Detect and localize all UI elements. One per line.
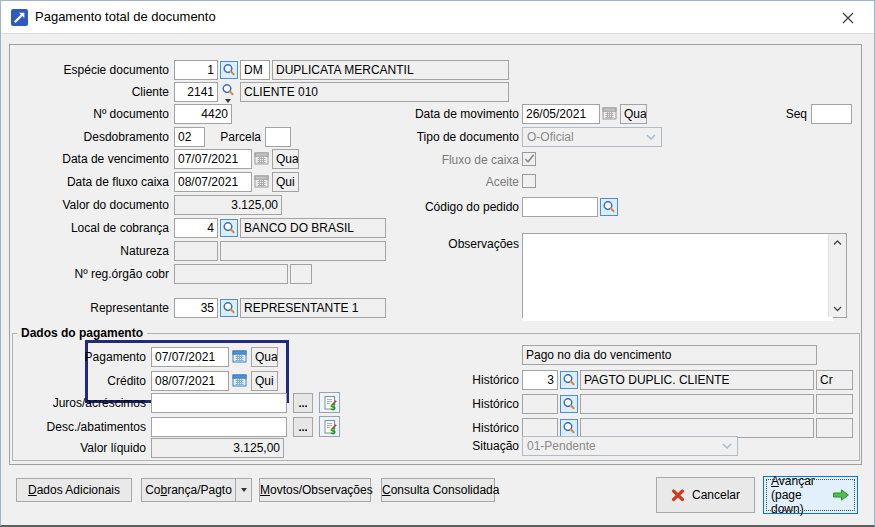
historico1-tipo-field: Cr [816, 370, 853, 390]
advance-arrow-icon [832, 488, 850, 502]
historico2-tipo-field [816, 394, 853, 414]
cliente-desc-field: CLIENTE 010 [240, 82, 509, 102]
payment-dialog: Pagamento total de documento Espécie doc… [0, 0, 875, 527]
juros-more-button[interactable]: ... [293, 393, 313, 413]
fluxo-caixa-label: Fluxo de caixa [371, 150, 519, 170]
avancar-label: Avançar (page down) [771, 474, 827, 516]
movtos-observacoes-button[interactable]: Movtos/Observações [259, 478, 371, 502]
data-movimento-input[interactable] [522, 104, 600, 124]
cobranca-pagto-dropdown-icon[interactable] [235, 478, 252, 502]
consulta-consolidada-button[interactable]: Consulta Consolidada [381, 478, 495, 502]
pagamento-calendar-icon[interactable] [232, 349, 247, 367]
historico2-code-field [522, 394, 558, 414]
cliente-code-input[interactable] [174, 82, 218, 102]
num-documento-label: Nº documento [11, 104, 169, 124]
close-icon[interactable] [834, 8, 862, 27]
seq-input[interactable] [811, 104, 852, 124]
avancar-button[interactable]: Avançar (page down) [763, 476, 858, 514]
data-fluxo-dow-field: Qui [272, 172, 299, 192]
especie-search-icon[interactable] [220, 61, 238, 79]
desdobramento-label: Desdobramento [11, 127, 169, 147]
chevron-down-icon [722, 443, 732, 449]
situacao-select: 01-Pendente [522, 436, 738, 456]
seq-label: Seq [741, 104, 807, 124]
pagamento-date-input[interactable] [151, 347, 229, 367]
data-vencimento-calendar-icon [254, 151, 269, 169]
descontos-label: Desc./abatimentos [11, 417, 146, 437]
situacao-label: Situação [371, 436, 519, 456]
valor-documento-field: 3.125,00 [174, 195, 282, 215]
data-vencimento-input[interactable] [174, 149, 252, 169]
reg-orgao-label: Nº reg.órgão cobr [11, 264, 169, 284]
especie-sigla-input[interactable] [240, 60, 270, 80]
codigo-pedido-search-icon[interactable] [600, 198, 618, 216]
dados-pagamento-title: Dados do pagamento [17, 326, 147, 340]
local-cobranca-code-input[interactable] [174, 218, 218, 238]
title-bar: Pagamento total de documento [1, 1, 874, 34]
data-fluxo-input[interactable] [174, 172, 252, 192]
local-cobranca-search-icon[interactable] [220, 219, 238, 237]
pagamento-dow-field: Qua [251, 347, 278, 367]
representante-desc-field: REPRESENTANTE 1 [240, 298, 386, 318]
credito-dow-field: Qui [251, 371, 278, 391]
historico1-search-icon[interactable] [560, 371, 578, 389]
chevron-down-icon [646, 134, 656, 140]
valor-liquido-label: Valor líquido [11, 438, 146, 458]
desdobramento-input[interactable] [174, 127, 205, 147]
app-icon [11, 9, 28, 29]
observacoes-textarea[interactable] [523, 234, 833, 321]
data-vencimento-label: Data de vencimento [11, 149, 169, 169]
juros-input[interactable] [151, 393, 287, 413]
cliente-dropdown-icon[interactable] [225, 99, 231, 103]
dados-adicionais-button[interactable]: Dados Adicionais [16, 478, 132, 502]
tipo-documento-value: O-Oficial [527, 130, 574, 144]
valor-documento-label: Valor do documento [11, 195, 169, 215]
credito-calendar-icon[interactable] [232, 373, 247, 391]
pagamento-label: Pagamento [11, 347, 146, 367]
especie-code-input[interactable] [174, 60, 218, 80]
data-fluxo-calendar-icon [254, 174, 269, 192]
descontos-more-button[interactable]: ... [293, 417, 313, 437]
cancel-x-icon [671, 488, 685, 502]
historico2-search-icon[interactable] [560, 395, 578, 413]
parcela-input[interactable] [265, 127, 291, 147]
cobranca-pagto-button[interactable]: Cobrança/Pagto [141, 478, 236, 502]
historico2-label: Histórico [371, 394, 519, 414]
representante-search-icon[interactable] [220, 299, 238, 317]
codigo-pedido-input[interactable] [522, 197, 598, 217]
aceite-checkbox [522, 174, 536, 188]
scroll-down-icon[interactable] [829, 301, 846, 316]
reg-orgao-aux-field [290, 264, 312, 284]
descontos-calc-icon[interactable] [319, 416, 340, 437]
reg-orgao-field [174, 264, 288, 284]
tipo-documento-select: O-Oficial [522, 127, 662, 147]
cliente-search-icon[interactable] [221, 83, 235, 97]
dialog-title: Pagamento total de documento [35, 1, 216, 33]
num-documento-input[interactable] [174, 104, 232, 124]
observacoes-label: Observações [371, 234, 519, 254]
especie-desc-field: DUPLICATA MERCANTIL [272, 60, 509, 80]
historico1-code-input[interactable] [522, 370, 558, 390]
data-movimento-dow-field: Qua [620, 104, 647, 124]
historico3-label: Histórico [371, 418, 519, 438]
historico2-desc-field [580, 394, 814, 414]
credito-date-input[interactable] [151, 371, 229, 391]
cliente-label: Cliente [11, 82, 169, 102]
fluxo-caixa-checkbox [522, 152, 536, 166]
scroll-up-icon[interactable] [829, 235, 846, 250]
observacoes-textarea-wrap [522, 233, 847, 318]
local-cobranca-label: Local de cobrança [11, 218, 169, 238]
historico1-label: Histórico [371, 370, 519, 390]
natureza-code-field [174, 241, 218, 261]
historico3-tipo-field [816, 418, 853, 438]
parcela-label: Parcela [211, 127, 261, 147]
juros-label: Juros/acréscimos [11, 393, 146, 413]
data-vencimento-dow-field: Qua [272, 149, 299, 169]
historico3-search-icon[interactable] [560, 419, 578, 437]
observacoes-scrollbar[interactable] [828, 234, 846, 317]
juros-calc-icon[interactable] [319, 392, 340, 413]
descontos-input[interactable] [151, 417, 287, 437]
representante-code-input[interactable] [174, 298, 218, 318]
cancelar-button[interactable]: Cancelar [656, 477, 755, 513]
tipo-documento-label: Tipo de documento [371, 127, 519, 147]
